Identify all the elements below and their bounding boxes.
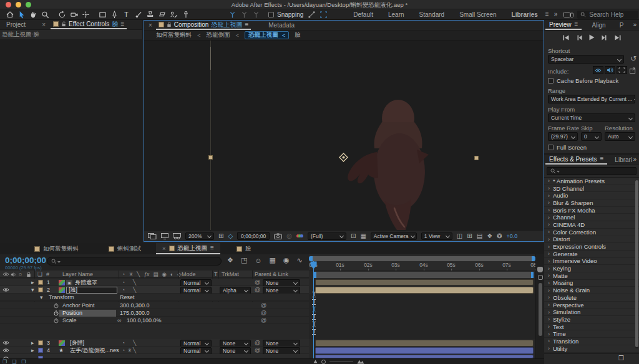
layer-color-swatch[interactable] — [38, 287, 43, 292]
blend-mode-dropdown[interactable]: Normal — [180, 340, 212, 347]
motion-blur-icon[interactable]: ◉ — [283, 256, 290, 264]
layer-row-3[interactable]: ▸ 3 [身體] ◔ ╲ Normal None @ None — [0, 339, 309, 347]
zoom-window-button[interactable] — [26, 2, 31, 7]
trkmat-dropdown[interactable]: None — [220, 347, 251, 355]
shy-toggle-icon[interactable]: ◔ — [122, 339, 125, 347]
layer-bar-2-selected[interactable] — [315, 287, 534, 294]
next-frame-button[interactable] — [602, 35, 608, 41]
comp-button[interactable] — [538, 275, 543, 280]
shy-toggle-icon[interactable]: ◔ — [122, 286, 125, 294]
panel-menu-icon[interactable]: ≡ — [120, 21, 124, 27]
exposure-value[interactable]: +0.0 — [507, 233, 518, 239]
play-button[interactable] — [589, 34, 595, 41]
workspace-overflow-icon[interactable]: » — [554, 11, 558, 17]
zoom-in-mountain-icon[interactable] — [357, 360, 364, 364]
cache-checkbox[interactable] — [548, 78, 554, 84]
playhead-marker[interactable] — [310, 261, 317, 269]
pixel-aspect-icon[interactable]: ⊞ — [467, 233, 472, 239]
effects-menu-icon[interactable]: ≡ — [600, 156, 604, 162]
effects-category-row[interactable]: ›Simulation — [544, 309, 639, 316]
pickwhip-icon[interactable]: @ — [261, 309, 266, 317]
effects-category-row[interactable]: ›Missing — [544, 280, 639, 287]
tab-more[interactable]: P — [620, 22, 624, 29]
comp-marker-button[interactable] — [537, 267, 543, 272]
trkmat-header[interactable]: TrkMat — [222, 271, 239, 278]
tab-effect-controls[interactable]: Effect Controls 臉 ≡ — [51, 20, 127, 29]
blend-mode-dropdown[interactable]: Normal — [180, 279, 212, 287]
expand-arrow-icon[interactable]: ▸ — [31, 347, 34, 354]
play-from-dropdown[interactable]: Current Time — [548, 113, 635, 122]
zoom-slider-track[interactable] — [329, 362, 353, 362]
include-overlays-button[interactable] — [617, 66, 627, 74]
parent-dropdown[interactable]: None — [263, 347, 300, 355]
effects-category-row[interactable]: ›Noise & Grain — [544, 287, 639, 294]
expand-transfer-controls-icon[interactable]: ❑ — [12, 359, 16, 364]
property-ibeam[interactable] — [312, 322, 316, 327]
show-channel-icon[interactable] — [296, 234, 303, 237]
position-value[interactable]: 175.0,300.0 — [120, 309, 150, 317]
property-ibeam-selected[interactable] — [312, 307, 316, 312]
scale-value[interactable]: 100.0,100.0% — [127, 317, 162, 324]
pickwhip-icon[interactable]: @ — [255, 347, 260, 354]
timeline-graph-area[interactable]: 00s01s02s03s04s05s06s07s08s — [309, 254, 535, 358]
effects-category-row[interactable]: ›CINEMA 4D — [544, 221, 639, 229]
transform-group-label[interactable]: Transform — [49, 294, 74, 301]
time-navigator-start-handle[interactable] — [309, 256, 313, 261]
range-dropdown[interactable]: Work Area Extended By Current ... — [548, 95, 635, 103]
breadcrumb-item[interactable]: 恐龍側面 — [207, 31, 230, 39]
close-window-button[interactable] — [6, 2, 11, 7]
tab-preview[interactable]: Preview ≡ — [545, 20, 582, 30]
quality-toggle-icon[interactable]: ╲ — [133, 279, 136, 286]
expand-arrow-icon[interactable]: ▸ — [31, 339, 34, 347]
tab-effects-presets[interactable]: Effects & Presets ≡ — [545, 155, 607, 165]
layer-color-swatch[interactable] — [38, 348, 43, 353]
timeline-tab-2[interactable]: 蝌蚪測試 — [102, 243, 147, 254]
trkmat-dropdown[interactable]: None — [220, 340, 251, 347]
stopwatch-icon[interactable] — [54, 317, 59, 324]
layer-name-header[interactable]: Layer Name — [62, 271, 93, 278]
selection-handle-left[interactable] — [208, 155, 213, 160]
frame-rate-dropdown[interactable]: (29.97) — [548, 132, 578, 141]
time-navigator-bar[interactable] — [309, 256, 535, 261]
home-tool-button[interactable] — [4, 10, 16, 19]
effects-category-row[interactable]: ›3D Channel — [544, 185, 639, 193]
effects-category-row[interactable]: ›Distort — [544, 236, 639, 244]
first-frame-button[interactable] — [563, 35, 569, 41]
rectangle-tool-button[interactable] — [97, 10, 109, 19]
anchor-point-label[interactable]: Anchor Point — [62, 302, 95, 309]
unlock-icon[interactable] — [61, 21, 66, 27]
shortcut-dropdown[interactable]: Spacebar — [548, 55, 624, 64]
property-ibeam[interactable] — [312, 299, 316, 305]
world-axis-mode-button[interactable] — [238, 10, 250, 19]
expand-arrow-icon[interactable]: ▸ — [31, 279, 34, 286]
blend-mode-dropdown[interactable]: Normal — [180, 347, 212, 355]
full-screen-option[interactable]: Full Screen — [548, 144, 587, 151]
parent-dropdown[interactable]: None — [263, 287, 300, 294]
zoom-slider-knob[interactable] — [321, 360, 326, 364]
work-area-bar[interactable] — [314, 272, 534, 278]
pickwhip-icon[interactable]: @ — [255, 339, 260, 347]
new-animation-preset-icon[interactable]: ❒ — [618, 355, 624, 362]
effects-category-row[interactable]: ›Color Correction — [544, 229, 639, 236]
clone-stamp-tool-button[interactable] — [144, 10, 156, 19]
t-header[interactable]: T — [214, 271, 218, 278]
layer-row-4[interactable]: ▸ 4 ★ 左手/恐龍側視...nes ◔ ✳ ╲ Normal None @ … — [0, 347, 309, 354]
breadcrumb-item[interactable]: 如何當隻蝌蚪 — [156, 31, 192, 39]
type-tool-button[interactable]: T — [120, 10, 132, 19]
quality-toggle-icon[interactable]: ╲ — [133, 286, 136, 294]
effects-category-row[interactable]: ›Audio — [544, 192, 639, 199]
eye-icon[interactable] — [2, 287, 9, 292]
region-of-interest-icon[interactable]: ⊡ — [351, 233, 356, 239]
choose-grid-icon[interactable]: ⊞ — [218, 233, 223, 239]
layer-bar-3[interactable] — [315, 340, 534, 347]
include-audio-button[interactable] — [605, 66, 615, 74]
eraser-tool-button[interactable] — [156, 10, 168, 19]
eye-icon[interactable] — [2, 348, 9, 353]
layer-bar-4[interactable] — [315, 347, 534, 354]
tab-align[interactable]: Align — [592, 22, 605, 29]
pickwhip-icon[interactable]: @ — [255, 279, 260, 286]
timeline-tab-menu-icon[interactable]: ≡ — [210, 245, 214, 251]
search-help-box[interactable]: Search Help — [577, 11, 638, 19]
sync-settings-icon[interactable] — [563, 11, 573, 18]
preview-favorite-icon[interactable] — [630, 67, 637, 74]
